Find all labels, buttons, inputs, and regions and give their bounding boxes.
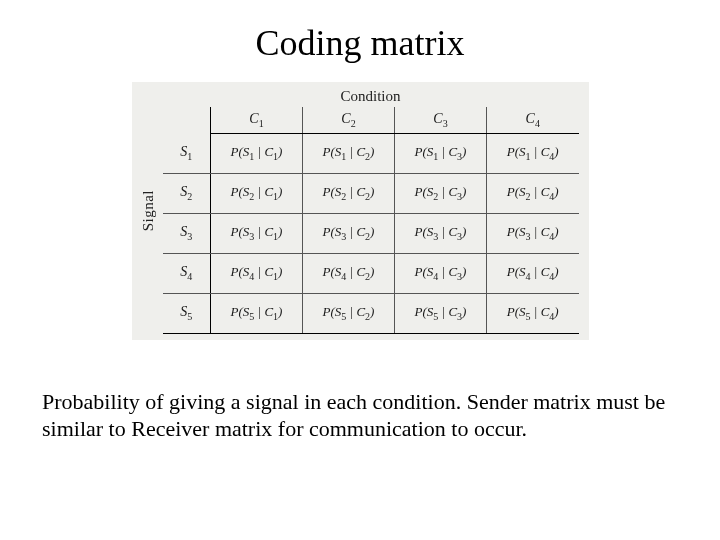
- cell: P(S1 | C1): [211, 133, 303, 173]
- cell: P(S2 | C1): [211, 173, 303, 213]
- cell: P(S5 | C3): [395, 293, 487, 333]
- cell: P(S5 | C4): [487, 293, 579, 333]
- col-header: C2: [303, 107, 395, 133]
- table-row: S3 P(S3 | C1) P(S3 | C2) P(S3 | C3) P(S3…: [163, 213, 579, 253]
- cell: P(S3 | C1): [211, 213, 303, 253]
- page-title: Coding matrix: [42, 22, 678, 64]
- table-row: S4 P(S4 | C1) P(S4 | C2) P(S4 | C3) P(S4…: [163, 253, 579, 293]
- col-header: C3: [395, 107, 487, 133]
- table-row: S1 P(S1 | C1) P(S1 | C2) P(S1 | C3) P(S1…: [163, 133, 579, 173]
- table-row: S2 P(S2 | C1) P(S2 | C2) P(S2 | C3) P(S2…: [163, 173, 579, 213]
- cell: P(S1 | C2): [303, 133, 395, 173]
- cell: P(S4 | C3): [395, 253, 487, 293]
- cell: P(S4 | C1): [211, 253, 303, 293]
- cell: P(S2 | C3): [395, 173, 487, 213]
- column-axis-label: Condition: [163, 88, 579, 107]
- cell: P(S1 | C4): [487, 133, 579, 173]
- caption-text: Probability of giving a signal in each c…: [42, 388, 678, 443]
- col-header: C1: [211, 107, 303, 133]
- cell: P(S2 | C4): [487, 173, 579, 213]
- cell: P(S3 | C3): [395, 213, 487, 253]
- coding-matrix-figure: Signal Condition C1 C2 C3 C4 S1 P(S1 | C…: [132, 82, 589, 340]
- coding-matrix-table: C1 C2 C3 C4 S1 P(S1 | C1) P(S1 | C2) P(S…: [163, 107, 579, 334]
- col-header: C4: [487, 107, 579, 133]
- figure-wrap: Signal Condition C1 C2 C3 C4 S1 P(S1 | C…: [42, 82, 678, 340]
- row-header: S3: [163, 213, 211, 253]
- table-row: S5 P(S5 | C1) P(S5 | C2) P(S5 | C3) P(S5…: [163, 293, 579, 333]
- row-header: S5: [163, 293, 211, 333]
- table-area: Condition C1 C2 C3 C4 S1 P(S1 | C1) P(S1…: [163, 88, 579, 334]
- cell: P(S3 | C2): [303, 213, 395, 253]
- cell: P(S5 | C2): [303, 293, 395, 333]
- cell: P(S3 | C4): [487, 213, 579, 253]
- row-header: S1: [163, 133, 211, 173]
- cell: P(S4 | C2): [303, 253, 395, 293]
- cell: P(S2 | C2): [303, 173, 395, 213]
- row-axis-label: Signal: [140, 190, 157, 231]
- row-header: S4: [163, 253, 211, 293]
- corner-cell: [163, 107, 211, 133]
- cell: P(S1 | C3): [395, 133, 487, 173]
- cell: P(S5 | C1): [211, 293, 303, 333]
- column-header-row: C1 C2 C3 C4: [163, 107, 579, 133]
- row-header: S2: [163, 173, 211, 213]
- cell: P(S4 | C4): [487, 253, 579, 293]
- slide: Coding matrix Signal Condition C1 C2 C3 …: [0, 0, 720, 540]
